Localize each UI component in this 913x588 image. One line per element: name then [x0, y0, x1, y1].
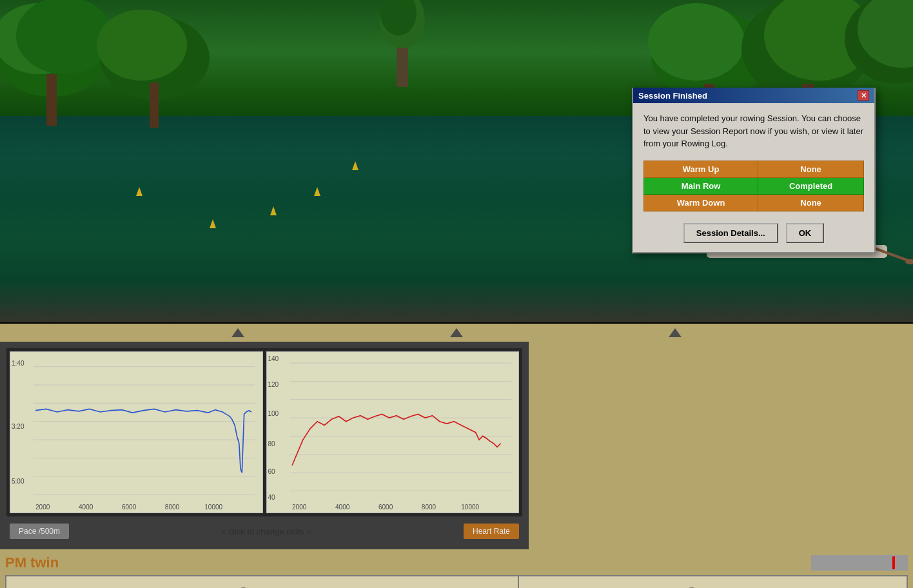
dialog-message: You have completed your rowing Session. … [643, 112, 864, 150]
warmdown-label: Warm Down [644, 194, 758, 211]
session-details-button[interactable]: Session Details... [683, 223, 778, 243]
session-table: Warm Up None Main Row Completed Warm Dow… [643, 161, 864, 211]
warmup-label: Warm Up [644, 161, 758, 177]
main-row-value: Completed [758, 177, 864, 194]
table-row: Warm Up None [644, 161, 864, 177]
table-row: Warm Down None [644, 194, 864, 211]
warmup-value: None [758, 161, 864, 177]
dialog-close-button[interactable]: ✕ [858, 90, 869, 101]
ok-button[interactable]: OK [786, 223, 825, 243]
table-row: Main Row Completed [644, 177, 864, 194]
session-finished-dialog: Session Finished ✕ You have completed yo… [632, 88, 876, 253]
main-row-label: Main Row [644, 177, 758, 194]
dialog-title: Session Finished [638, 91, 707, 101]
warmdown-value: None [758, 194, 864, 211]
